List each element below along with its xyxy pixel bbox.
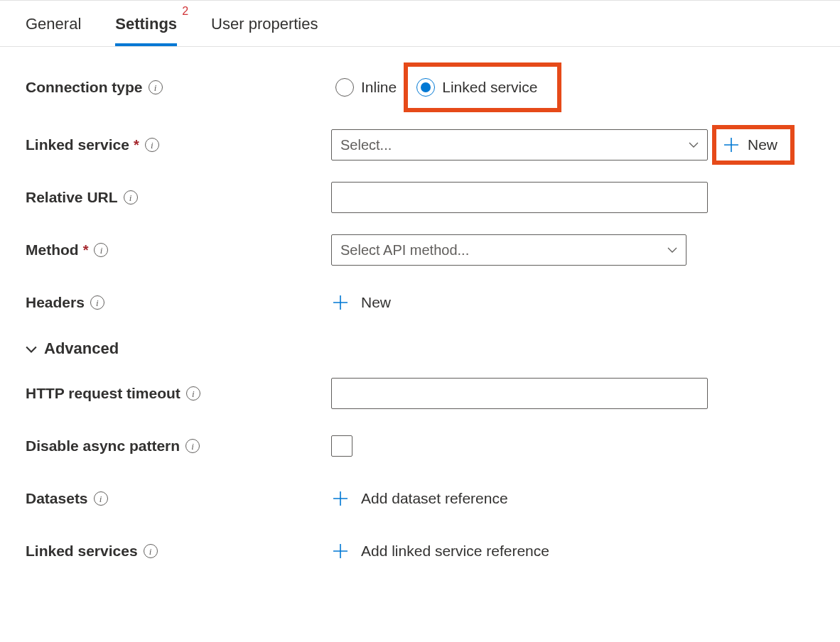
row-linked-services-ref: Linked services i Add linked service ref… bbox=[26, 535, 814, 567]
tab-general[interactable]: General bbox=[26, 1, 81, 46]
radio-inline[interactable]: Inline bbox=[331, 75, 401, 99]
row-http-timeout: HTTP request timeout i bbox=[26, 378, 814, 409]
radio-linked-service-label: Linked service bbox=[442, 79, 537, 96]
advanced-toggle[interactable]: Advanced bbox=[26, 339, 814, 358]
row-connection-type: Connection type i Inline Linked service bbox=[26, 67, 814, 108]
linked-service-select[interactable]: Select... bbox=[331, 129, 708, 160]
datasets-label: Datasets bbox=[26, 490, 88, 507]
relative-url-label: Relative URL bbox=[26, 189, 118, 206]
info-icon[interactable]: i bbox=[94, 491, 108, 506]
plus-icon bbox=[333, 491, 348, 506]
radio-circle-icon bbox=[335, 78, 354, 97]
new-linked-service-label: New bbox=[748, 136, 777, 153]
required-mark: * bbox=[83, 242, 89, 259]
linked-service-label: Linked service bbox=[26, 136, 129, 153]
info-icon[interactable]: i bbox=[94, 243, 108, 257]
radio-linked-service[interactable]: Linked service bbox=[408, 67, 557, 108]
tab-settings-badge: 2 bbox=[182, 5, 188, 18]
radio-inline-label: Inline bbox=[361, 79, 397, 96]
linked-services-label: Linked services bbox=[26, 543, 138, 560]
disable-async-label: Disable async pattern bbox=[26, 437, 180, 455]
add-dataset-button[interactable]: Add dataset reference bbox=[331, 487, 510, 510]
advanced-label: Advanced bbox=[44, 339, 119, 358]
row-datasets: Datasets i Add dataset reference bbox=[26, 483, 814, 514]
chevron-down-icon bbox=[689, 140, 699, 150]
plus-icon bbox=[333, 295, 348, 310]
headers-label: Headers bbox=[26, 294, 85, 311]
info-icon[interactable]: i bbox=[145, 138, 159, 152]
http-timeout-input[interactable] bbox=[331, 378, 708, 409]
connection-type-label: Connection type bbox=[26, 79, 143, 96]
tabs: General Settings 2 User properties bbox=[0, 0, 840, 47]
info-icon[interactable]: i bbox=[144, 544, 158, 558]
new-linked-service-button[interactable]: New bbox=[716, 129, 790, 160]
relative-url-input[interactable] bbox=[331, 182, 708, 213]
http-timeout-label: HTTP request timeout bbox=[26, 385, 181, 402]
info-icon[interactable]: i bbox=[185, 439, 200, 453]
info-icon[interactable]: i bbox=[149, 80, 163, 94]
tab-settings[interactable]: Settings 2 bbox=[115, 1, 177, 46]
new-header-button[interactable]: New bbox=[331, 291, 392, 314]
required-mark: * bbox=[134, 137, 139, 153]
row-headers: Headers i New bbox=[26, 287, 814, 318]
info-icon[interactable]: i bbox=[90, 295, 104, 310]
chevron-down-icon bbox=[667, 245, 677, 255]
settings-form: Connection type i Inline Linked service … bbox=[0, 47, 840, 594]
radio-circle-selected-icon bbox=[416, 78, 435, 97]
method-label: Method bbox=[26, 241, 79, 259]
add-linked-service-label: Add linked service reference bbox=[361, 543, 549, 560]
method-select[interactable]: Select API method... bbox=[331, 234, 686, 266]
row-relative-url: Relative URL i bbox=[26, 182, 814, 213]
info-icon[interactable]: i bbox=[124, 190, 138, 205]
disable-async-checkbox[interactable] bbox=[331, 435, 352, 457]
add-dataset-label: Add dataset reference bbox=[361, 490, 508, 507]
add-linked-service-button[interactable]: Add linked service reference bbox=[331, 540, 551, 562]
new-header-label: New bbox=[361, 294, 391, 311]
info-icon[interactable]: i bbox=[186, 386, 200, 401]
method-placeholder: Select API method... bbox=[340, 242, 469, 259]
tab-settings-label: Settings bbox=[115, 15, 177, 33]
plus-icon bbox=[723, 137, 739, 153]
plus-icon bbox=[333, 543, 348, 559]
chevron-down-icon bbox=[26, 344, 36, 354]
linked-service-placeholder: Select... bbox=[340, 137, 392, 153]
row-method: Method * i Select API method... bbox=[26, 234, 814, 266]
row-disable-async: Disable async pattern i bbox=[26, 430, 814, 462]
row-linked-service: Linked service * i Select... New bbox=[26, 129, 814, 160]
tab-user-properties[interactable]: User properties bbox=[211, 1, 318, 46]
